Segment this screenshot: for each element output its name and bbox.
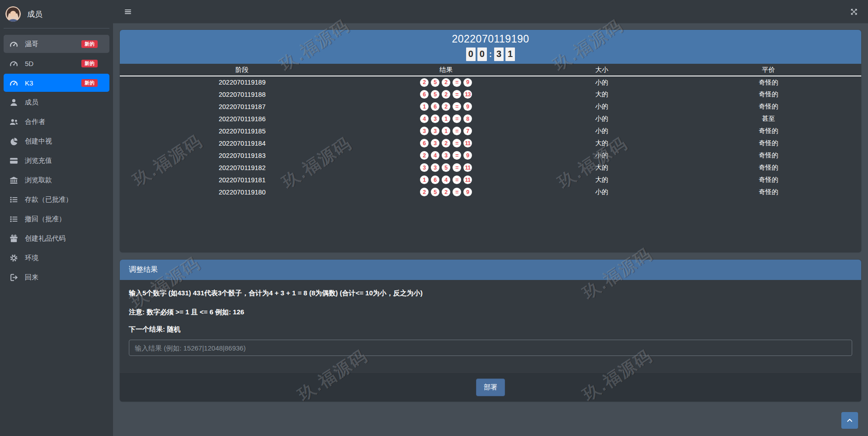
sum-ball: 9: [463, 78, 472, 87]
sidebar-item-7[interactable]: 浏览充值: [4, 152, 109, 170]
table-header-row: 阶段 结果 大小 平价: [120, 64, 861, 76]
user-name: 成员: [27, 9, 42, 19]
results-table: 阶段 结果 大小 平价 2022070119189252=9小的奇怪的20220…: [120, 64, 861, 198]
dice-ball: 3: [431, 127, 439, 135]
new-badge: 新的: [81, 60, 98, 67]
dice-ball: 2: [442, 139, 450, 147]
equals-ball: =: [453, 127, 461, 135]
header-size: 大小: [528, 64, 676, 76]
cell-parity: 奇怪的: [676, 125, 861, 137]
dice-ball: 3: [431, 114, 439, 123]
dice-ball: 6: [420, 139, 429, 147]
dice-result: 252=9: [419, 188, 473, 196]
dice-ball: 1: [420, 175, 429, 184]
cell-parity: 奇怪的: [676, 186, 861, 198]
dice-ball: 3: [431, 163, 439, 172]
sidebar-item-6[interactable]: 创建中视: [4, 132, 109, 150]
user-panel: 成员: [4, 0, 109, 28]
sidebar-item-10[interactable]: 撤回（批准）: [4, 210, 109, 228]
dice-result: 243=9: [419, 151, 473, 160]
dice-ball: 6: [431, 175, 439, 184]
header-parity: 平价: [676, 64, 861, 76]
sidebar-item-13[interactable]: 回来: [4, 268, 109, 286]
sidebar-item-label: 环境: [25, 254, 105, 262]
new-badge: 新的: [81, 40, 98, 48]
current-period: 2022070119190: [452, 33, 529, 45]
equals-ball: =: [453, 163, 461, 172]
equals-ball: =: [453, 175, 461, 184]
sidebar-item-label: 浏览充值: [25, 156, 105, 165]
dice-ball: 2: [442, 90, 450, 99]
sidebar-item-5[interactable]: 合作者: [4, 113, 109, 131]
dice-result: 335=11: [419, 163, 473, 172]
dice-ball: 1: [420, 102, 429, 111]
cell-period: 2022070119188: [120, 88, 364, 100]
hamburger-icon[interactable]: [124, 8, 132, 16]
sum-ball: 7: [463, 127, 472, 135]
chevron-up-icon: [846, 417, 854, 424]
dice-ball: 6: [431, 102, 439, 111]
sum-ball: 11: [463, 139, 472, 147]
list-icon: [9, 214, 19, 224]
sidebar-item-label: 浏览取款: [25, 176, 105, 185]
cell-period: 2022070119187: [120, 100, 364, 113]
table-row: 2022070119181164=11大的奇怪的: [120, 174, 861, 186]
table-row: 2022070119180252=9小的奇怪的: [120, 186, 861, 198]
cell-result: 164=11: [364, 174, 528, 186]
sidebar-item-8[interactable]: 浏览取款: [4, 171, 109, 189]
dice-result: 431=8: [419, 114, 473, 123]
cell-result: 335=11: [364, 161, 528, 174]
adjust-card: 调整结果 输入5个数字 (如431) 431代表3个骰子，合计为4 + 3 + …: [120, 260, 861, 402]
sidebar-item-12[interactable]: 环境: [4, 249, 109, 267]
results-card: 2022070119190 00:31 阶段 结果 大小 平价 20220701…: [120, 30, 861, 252]
cell-result: 652=13: [364, 88, 528, 100]
avatar: [5, 6, 21, 22]
cell-size: 小的: [528, 125, 676, 137]
cell-size: 大的: [528, 88, 676, 100]
dice-ball: 2: [442, 188, 450, 196]
cell-period: 2022070119189: [120, 76, 364, 88]
table-row: 2022070119186431=8小的甚至: [120, 113, 861, 125]
user-icon: [9, 98, 19, 107]
list-icon: [9, 195, 19, 204]
sum-ball: 11: [463, 163, 472, 172]
dice-result: 331=7: [419, 127, 473, 135]
table-row: 2022070119182335=11大的奇怪的: [120, 161, 861, 174]
sidebar-menu: 温哥新的5D新的K3新的成员合作者创建中视浏览充值浏览取款存款（已批准）撤回（批…: [4, 35, 109, 286]
cell-period: 2022070119184: [120, 137, 364, 149]
cell-parity: 奇怪的: [676, 149, 861, 161]
sidebar-item-label: 回来: [25, 273, 105, 282]
dice-ball: 2: [442, 102, 450, 111]
dice-ball: 4: [431, 151, 439, 160]
sidebar: 成员 温哥新的5D新的K3新的成员合作者创建中视浏览充值浏览取款存款（已批准）撤…: [0, 0, 113, 436]
sidebar-item-2[interactable]: 5D新的: [4, 54, 109, 72]
hint-line-3: 下一个结果: 随机: [129, 324, 852, 334]
sidebar-item-3[interactable]: K3新的: [4, 74, 109, 92]
sidebar-item-9[interactable]: 存款（已批准）: [4, 190, 109, 209]
avatar-photo-icon: [5, 6, 21, 22]
sum-ball: 8: [463, 114, 472, 123]
expand-icon[interactable]: [850, 8, 858, 16]
cell-period: 2022070119181: [120, 174, 364, 186]
dice-ball: 1: [442, 127, 450, 135]
result-input[interactable]: [129, 340, 852, 356]
sidebar-item-11[interactable]: 创建礼品代码: [4, 229, 109, 247]
cell-period: 2022070119183: [120, 149, 364, 161]
cell-period: 2022070119180: [120, 186, 364, 198]
card-spacer: [120, 198, 861, 252]
sidebar-item-label: K3: [25, 79, 81, 87]
deploy-button[interactable]: 部署: [476, 379, 505, 396]
sidebar-item-4[interactable]: 成员: [4, 93, 109, 111]
top-navbar: [113, 0, 868, 24]
cell-size: 大的: [528, 174, 676, 186]
countdown-digit: 0: [466, 47, 476, 61]
sidebar-item-1[interactable]: 温哥新的: [4, 35, 109, 53]
adjust-card-footer: 部署: [120, 372, 861, 402]
countdown-digit: 3: [494, 47, 504, 61]
gauge-icon: [9, 39, 19, 49]
dice-ball: 3: [442, 151, 450, 160]
cell-result: 331=7: [364, 125, 528, 137]
equals-ball: =: [453, 188, 461, 196]
scroll-top-button[interactable]: [841, 412, 858, 429]
card-icon: [9, 156, 19, 166]
